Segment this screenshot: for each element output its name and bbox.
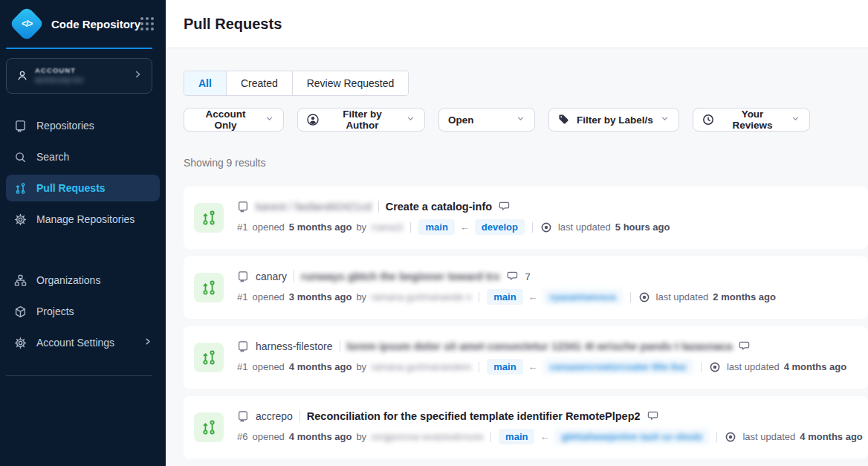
filter-by-label-dropdown[interactable]: Filter by Label/s <box>548 108 679 132</box>
sidebar-item-label: Repositories <box>36 120 94 132</box>
account-label: ACCOUNT <box>35 66 83 75</box>
last-updated-label: last updated <box>558 221 611 233</box>
account-selector[interactable]: ACCOUNT acmecorp inc <box>6 58 152 94</box>
source-branch-badge[interactable]: ryazantsevsca <box>543 289 623 305</box>
filter-label: Open <box>448 114 474 126</box>
pr-repo-name[interactable]: harness-filestore <box>256 340 333 352</box>
sidebar-divider <box>6 375 152 376</box>
pr-author[interactable]: ssrgpxzvxa wvazeubrssze <box>371 431 483 442</box>
divider <box>490 432 491 442</box>
comment-icon <box>507 271 519 282</box>
sidebar-item-account-settings[interactable]: Account Settings <box>6 329 160 356</box>
tab-created[interactable]: Created <box>226 71 292 95</box>
divider <box>630 292 631 302</box>
pr-row[interactable]: kanest / fastland42421cd Create a catalo… <box>184 187 868 249</box>
app-logo-icon: </> <box>9 6 45 42</box>
pr-repo-name[interactable]: kanest / fastland42421cd <box>256 201 372 213</box>
merge-arrow-icon: ← <box>459 221 470 233</box>
target-branch-badge[interactable]: main <box>418 219 454 235</box>
divider <box>410 222 411 233</box>
divider <box>532 222 533 233</box>
sidebar: </> Code Repository ACCOUNT acmecorp inc <box>0 0 166 466</box>
tab-all[interactable]: All <box>184 71 226 95</box>
pr-list: kanest / fastland42421cd Create a catalo… <box>184 187 868 459</box>
pr-author[interactable]: ramana gurtmanande n <box>371 291 471 302</box>
merge-arrow-icon: ← <box>539 431 550 442</box>
filter-by-author-dropdown[interactable]: Filter by Author <box>297 108 425 132</box>
sidebar-nav-primary: Repositories Search Pull Requests <box>0 110 166 235</box>
sidebar-item-repositories[interactable]: Repositories <box>6 112 160 139</box>
pr-number: #1 <box>237 291 247 302</box>
pr-number: #1 <box>237 221 247 233</box>
chevron-down-icon <box>265 114 274 126</box>
filter-label: Account Only <box>193 109 258 131</box>
opened-label: opened <box>252 291 284 302</box>
divider <box>479 362 479 372</box>
sidebar-item-search[interactable]: Search <box>6 143 160 170</box>
pr-repo-name[interactable]: accrepo <box>256 410 293 422</box>
pr-title[interactable]: lorem ipsum dolor sit amet consectetur 1… <box>347 340 733 352</box>
cube-icon <box>13 305 27 318</box>
your-reviews-dropdown[interactable]: Your Reviews <box>693 108 810 132</box>
sidebar-item-organizations[interactable]: Organizations <box>6 267 160 294</box>
app-logo-row: </> Code Repository <box>0 0 166 48</box>
sidebar-item-pull-requests[interactable]: Pull Requests <box>6 175 160 201</box>
pr-row[interactable]: canary runways gbtch the beginner toward… <box>184 256 868 319</box>
sidebar-item-manage-repositories[interactable]: Manage Repositories <box>6 206 160 233</box>
module-accent-bar <box>6 48 152 49</box>
target-branch-badge[interactable]: main <box>487 359 522 375</box>
search-icon <box>13 150 27 164</box>
page-title: Pull Requests <box>184 16 282 33</box>
pr-title[interactable]: Reconciliation for the specified templat… <box>307 410 641 422</box>
account-only-dropdown[interactable]: Account Only <box>184 108 284 132</box>
status-target-icon <box>540 221 552 233</box>
clock-icon <box>702 114 714 126</box>
sidebar-item-projects[interactable]: Projects <box>6 298 160 325</box>
org-chart-icon <box>13 274 27 287</box>
pr-updated-ago: 2 months ago <box>713 291 776 302</box>
divider <box>701 362 702 372</box>
pr-title[interactable]: Create a catalog-info <box>386 201 492 213</box>
source-branch-badge[interactable]: gbhtafawejenhm lazit ss vbsdz <box>554 429 709 444</box>
comment-icon <box>739 340 751 352</box>
divider <box>716 432 717 442</box>
pull-request-icon <box>13 181 27 195</box>
pr-author[interactable]: ramana gurtmanandem <box>371 361 471 372</box>
gear-icon <box>13 213 27 226</box>
repo-icon <box>237 201 249 213</box>
target-branch-badge[interactable]: main <box>499 429 534 444</box>
divider <box>299 410 300 422</box>
status-target-icon <box>709 361 721 373</box>
app-switcher-grid-icon[interactable] <box>140 17 154 30</box>
opened-label: opened <box>252 221 284 233</box>
last-updated-label: last updated <box>742 431 795 442</box>
content-area: All Created Review Requested Account Onl… <box>166 48 868 466</box>
repo-icon <box>13 119 27 132</box>
pr-open-state-icon <box>194 273 224 302</box>
status-target-icon <box>725 431 736 443</box>
chevron-down-icon <box>406 114 415 126</box>
divider <box>340 340 340 352</box>
pr-opened-ago: 5 months ago <box>289 221 352 233</box>
chevron-down-icon <box>660 114 670 126</box>
sidebar-item-label: Search <box>36 151 69 163</box>
filter-label: Filter by Author <box>326 109 399 131</box>
user-icon <box>307 114 319 126</box>
main-area: Pull Requests All Created Review Request… <box>166 0 868 466</box>
target-branch-badge[interactable]: main <box>487 289 522 305</box>
repo-icon <box>237 271 249 282</box>
source-branch-badge[interactable]: cwsazercrxwtzrcsater 6fw 6sz <box>543 359 693 375</box>
chevron-right-icon <box>143 337 152 349</box>
divider <box>479 292 479 302</box>
pr-row[interactable]: harness-filestore lorem ipsum dolor sit … <box>184 326 868 389</box>
pr-updated-ago: 4 months ago <box>800 431 863 442</box>
tab-review-requested[interactable]: Review Requested <box>292 71 409 95</box>
state-dropdown[interactable]: Open <box>438 108 535 132</box>
sidebar-item-label: Pull Requests <box>36 182 106 194</box>
pr-repo-name[interactable]: canary <box>256 271 287 282</box>
source-branch-badge[interactable]: develop <box>475 219 525 235</box>
pr-title[interactable]: runways gbtch the beginner toward trx <box>301 271 499 282</box>
sidebar-item-label: Manage Repositories <box>36 213 135 225</box>
pr-row[interactable]: accrepo Reconciliation for the specified… <box>184 396 868 459</box>
pr-author[interactable]: rsana1t <box>371 221 403 233</box>
